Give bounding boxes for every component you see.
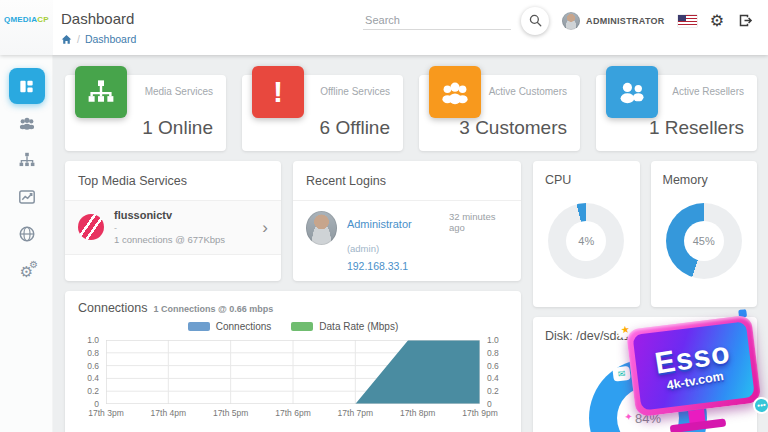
connections-panel: Connections 1 Connections @ 0.66 mbps Co… [65,291,521,432]
breadcrumb-dashboard-link[interactable]: Dashboard [85,33,136,45]
legend-swatch-green [291,322,313,331]
sidebar-item-network[interactable] [9,216,45,252]
main-content: Media Services 1 Online ! Offline Servic… [53,55,768,432]
panels-row: Top Media Services flussonictv - 1 conne… [65,161,521,281]
login-avatar [306,211,337,245]
x-tick: 17th 5pm [213,408,248,418]
y-tick: 0.6 [87,361,106,371]
panel-title: Disk: /dev/sda1 [545,329,745,343]
sitemap-icon [18,151,36,169]
users-group-icon [18,114,36,132]
panel-columns: Top Media Services flussonictv - 1 conne… [65,161,757,432]
y-tick: 0.8 [480,348,499,358]
sidebar-item-settings[interactable]: ⚙⚙ [9,253,45,289]
y-tick: 0.4 [480,373,499,383]
search-area [363,7,549,35]
breadcrumb: / Dashboard [61,33,136,45]
users-group-icon [429,66,481,118]
legend-swatch-blue [188,322,210,331]
stat-label: Media Services [145,86,213,97]
x-axis-labels: 17th 3pm 17th 4pm 17th 5pm 17th 6pm 17th… [106,404,480,420]
cpu-panel: CPU 4% [533,161,640,307]
line-chart-icon [18,188,36,206]
y-tick: 0.8 [87,348,106,358]
connections-header: Connections 1 Connections @ 0.66 mbps [78,301,508,315]
memory-donut-chart: 45% [666,203,742,279]
y-tick: 0.4 [87,373,106,383]
search-input[interactable] [363,11,511,30]
media-service-name: flussonictv [114,209,225,223]
legend-item-connections: Connections [188,321,272,332]
logout-icon [737,12,754,29]
gear-icon: ⚙ [710,13,724,29]
disk-panel: Disk: /dev/sda1 84% [533,317,757,432]
disk-donut-chart: 84% [589,359,707,432]
plot-area: 1.0 0.8 0.6 0.4 0.2 0 1.0 0.8 0.6 0.4 0.… [106,340,480,404]
breadcrumb-separator: / [77,33,80,45]
search-button[interactable] [521,7,549,35]
stat-value: 1 Resellers [649,117,744,139]
sidebar-item-reports[interactable] [9,179,45,215]
gauges-row: CPU 4% Memory 45% [533,161,757,307]
dashboard-icon [18,78,35,95]
top-bar: QMEDIACP Dashboard / Dashboard [0,0,768,55]
user-name: ADMINISTRATOR [586,16,665,26]
stat-label: Active Resellers [672,86,744,97]
sidebar-item-users[interactable] [9,105,45,141]
page-header: Dashboard / Dashboard [53,0,136,55]
x-tick: 17th 7pm [338,408,373,418]
media-service-row[interactable]: flussonictv - 1 connections @ 677Kbps › [65,200,281,255]
top-media-services-panel: Top Media Services flussonictv - 1 conne… [65,161,281,281]
y-tick: 1.0 [87,335,106,345]
stat-card-active-customers: Active Customers 3 Customers [419,75,580,151]
stats-row: Media Services 1 Online ! Offline Servic… [65,75,757,151]
chart-legend: Connections Data Rate (Mbps) [106,321,480,332]
y-tick: 0.6 [480,361,499,371]
sitemap-icon [75,66,127,118]
login-ip-link[interactable]: 192.168.33.1 [347,259,439,275]
x-tick: 17th 6pm [275,408,310,418]
login-time: 32 minutes ago [449,211,508,275]
y-tick: 0.2 [87,386,106,396]
login-row: Administrator (admin) 192.168.33.1 32 mi… [293,200,521,275]
stat-card-active-resellers: Active Resellers 1 Resellers [596,75,757,151]
stat-card-offline-services: ! Offline Services 6 Offline [242,75,403,151]
x-tick: 17th 8pm [400,408,435,418]
search-icon [528,13,543,28]
stat-value: 6 Offline [320,117,390,139]
settings-button[interactable]: ⚙ [710,13,724,29]
panel-title: Recent Logins [293,174,521,188]
sidebar-item-services[interactable] [9,142,45,178]
x-tick: 17th 4pm [151,408,186,418]
logout-button[interactable] [737,12,754,29]
memory-panel: Memory 45% [651,161,758,307]
home-icon[interactable] [61,34,72,45]
x-tick: 17th 9pm [462,408,497,418]
gears-icon: ⚙⚙ [20,264,33,279]
panel-title: Memory [663,173,746,187]
y-tick: 1.0 [480,335,499,345]
login-user-link[interactable]: Administrator [347,218,412,230]
page-title: Dashboard [61,10,136,27]
stat-label: Offline Services [320,86,390,97]
y-tick: 0.2 [480,386,499,396]
panel-title: Connections [78,301,148,315]
sidebar-item-dashboard[interactable] [9,68,45,104]
connections-subtitle: 1 Connections @ 0.66 mbps [154,304,274,314]
flussonic-logo [78,214,104,240]
media-service-detail: 1 connections @ 677Kbps [114,234,225,246]
legend-item-data-rate: Data Rate (Mbps) [291,321,398,332]
stat-label: Active Customers [489,86,567,97]
sidebar-nav: ⚙⚙ [0,55,53,432]
memory-percent: 45% [693,235,715,247]
disk-percent: 84% [635,411,661,426]
brand-logo[interactable]: QMEDIACP [0,0,53,55]
user-menu[interactable]: ADMINISTRATOR [562,12,665,30]
cpu-percent: 4% [578,235,594,247]
media-service-info: flussonictv - 1 connections @ 677Kbps [114,209,225,246]
connections-chart: Connections Data Rate (Mbps) 1.0 0.8 0. [78,321,508,420]
dashboard-screen: QMEDIACP Dashboard / Dashboard [0,0,768,432]
us-flag-icon[interactable] [678,15,697,27]
stat-value: 1 Online [142,117,213,139]
topbar-actions: ADMINISTRATOR ⚙ [363,0,768,55]
